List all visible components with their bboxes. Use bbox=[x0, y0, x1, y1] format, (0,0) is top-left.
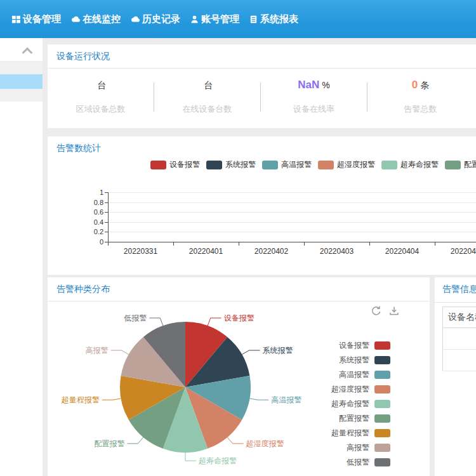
x-axis-label: 20220401 bbox=[173, 247, 239, 256]
nav-item-1[interactable]: 在线监控 bbox=[70, 13, 121, 25]
stat-unit: % bbox=[322, 80, 329, 90]
panel-title: 设备运行状况 bbox=[48, 44, 476, 69]
x-axis-tick bbox=[239, 242, 239, 246]
pie-legend-item-5[interactable]: 配置报警 bbox=[331, 411, 390, 426]
alarm-count-panel: 告警数统计 设备报警系统报警高温报警超湿度报警超寿命报警配置报警超量程报警 00… bbox=[48, 136, 476, 275]
stat-unit: 台 bbox=[98, 80, 107, 90]
pie-label-line bbox=[111, 350, 129, 355]
pie-label: 设备报警 bbox=[224, 314, 255, 322]
x-axis-label: 20220402 bbox=[239, 247, 304, 256]
pie-legend-item-0[interactable]: 设备报警 bbox=[331, 338, 390, 353]
nav-item-2[interactable]: 历史记录 bbox=[130, 13, 180, 25]
user-icon bbox=[190, 15, 199, 24]
sidebar-item-0[interactable] bbox=[0, 62, 43, 74]
stat-3: 0条告警总数 bbox=[367, 79, 473, 115]
legend-label: 设备报警 bbox=[339, 340, 369, 351]
pie-legend: 设备报警系统报警高温报警超湿度报警超寿命报警配置报警超量程报警高报警低报警 bbox=[331, 338, 390, 470]
legend-label: 低报警 bbox=[347, 457, 369, 468]
pie-label: 高温报警 bbox=[271, 395, 301, 404]
stat-label: 告警总数 bbox=[367, 103, 473, 115]
legend-label: 超湿度报警 bbox=[331, 384, 369, 395]
nav-item-label: 在线监控 bbox=[83, 13, 121, 25]
pie-legend-item-8[interactable]: 低报警 bbox=[331, 455, 390, 470]
pie-label-line bbox=[149, 318, 162, 326]
x-axis-label: 20220403 bbox=[304, 247, 369, 256]
table-cell bbox=[443, 328, 476, 350]
legend-swatch bbox=[374, 385, 390, 393]
x-axis-label: 20220404 bbox=[369, 247, 435, 256]
pie-label-line bbox=[208, 318, 221, 326]
sidebar-header bbox=[0, 38, 43, 62]
legend-label: 高温报警 bbox=[339, 369, 369, 380]
legend-label: 超寿命报警 bbox=[331, 399, 369, 409]
pie-label: 超湿度报警 bbox=[246, 439, 284, 448]
refresh-icon[interactable] bbox=[371, 305, 382, 319]
stat-value: 0 bbox=[412, 79, 418, 91]
pie-legend-item-1[interactable]: 系统报警 bbox=[331, 353, 390, 367]
gridline bbox=[108, 202, 476, 203]
legend-swatch bbox=[374, 400, 390, 408]
alarm-type-panel: 告警种类分布 设备报警系统报警高温报警超湿度报警超寿命报警配置报警超量程报警高报… bbox=[48, 277, 430, 476]
cloud-icon bbox=[130, 14, 140, 24]
sidebar bbox=[0, 38, 43, 476]
table-row bbox=[443, 328, 476, 350]
alarm-table-header-row: 设备名称 bbox=[443, 307, 476, 328]
legend-label: 超量程报警 bbox=[331, 428, 369, 439]
alarm-table: 设备名称 bbox=[442, 307, 476, 371]
x-axis-tick bbox=[369, 242, 370, 246]
stat-label: 在线设备台数 bbox=[154, 103, 260, 115]
sidebar-item-1[interactable] bbox=[0, 74, 43, 89]
x-axis-line bbox=[108, 242, 476, 242]
stat-label: 区域设备总数 bbox=[48, 103, 154, 115]
pie-label: 低报警 bbox=[124, 314, 147, 322]
pie-chart: 设备报警系统报警高温报警超湿度报警超寿命报警配置报警超量程报警高报警低报警 bbox=[48, 277, 365, 476]
legend-swatch bbox=[374, 414, 390, 423]
y-axis-label: 0 bbox=[79, 238, 103, 246]
nav-item-label: 设备管理 bbox=[23, 13, 61, 25]
pie-label: 超量程报警 bbox=[62, 395, 100, 404]
device-status-panel: 设备运行状况 台区域设备总数台在线设备台数NaN%设备在线率0条告警总数 bbox=[48, 44, 476, 128]
gridline bbox=[108, 232, 476, 232]
y-axis-label: 0.6 bbox=[79, 208, 103, 216]
x-axis-tick bbox=[304, 242, 305, 246]
x-axis-tick bbox=[173, 242, 174, 246]
pie-legend-item-6[interactable]: 超量程报警 bbox=[331, 426, 390, 440]
nav-item-3[interactable]: 账号管理 bbox=[190, 13, 239, 25]
pie-legend-item-7[interactable]: 高报警 bbox=[331, 440, 390, 455]
y-axis-label: 0.2 bbox=[79, 228, 103, 235]
pie-label-line bbox=[102, 399, 121, 400]
chevron-up-icon[interactable] bbox=[22, 48, 33, 58]
legend-label: 配置报警 bbox=[339, 413, 369, 424]
pie-legend-item-3[interactable]: 超湿度报警 bbox=[331, 382, 390, 397]
stats-row: 台区域设备总数台在线设备台数NaN%设备在线率0条告警总数 bbox=[48, 79, 476, 115]
chart-toolbox bbox=[371, 305, 400, 319]
pie-label-line bbox=[242, 350, 260, 355]
pie-legend-item-4[interactable]: 超寿命报警 bbox=[331, 397, 390, 411]
gridline bbox=[108, 222, 476, 223]
nav-item-4[interactable]: 系统报表 bbox=[249, 13, 298, 25]
alarm-table-header: 设备名称 bbox=[443, 307, 476, 328]
nav-item-0[interactable]: 设备管理 bbox=[11, 13, 61, 25]
x-axis-tick bbox=[435, 242, 435, 246]
sidebar-item-2[interactable] bbox=[0, 89, 43, 102]
stat-0: 台区域设备总数 bbox=[48, 79, 154, 115]
alarm-info-panel: 告警信息汇总 设备名称 bbox=[435, 277, 476, 476]
x-axis-label: 20220405 bbox=[435, 247, 476, 256]
alarm-table-body bbox=[443, 328, 476, 371]
x-axis-tick bbox=[108, 242, 109, 246]
stat-1: 台在线设备台数 bbox=[154, 79, 260, 115]
pie-legend-item-2[interactable]: 高温报警 bbox=[331, 367, 390, 382]
panel-title: 告警信息汇总 bbox=[435, 277, 476, 303]
report-icon bbox=[249, 15, 258, 24]
pie-label: 配置报警 bbox=[94, 439, 124, 448]
y-axis-label: 0.4 bbox=[79, 218, 103, 226]
x-axis-label: 20220331 bbox=[108, 247, 173, 256]
y-axis-line bbox=[108, 192, 109, 242]
pie-label: 系统报警 bbox=[263, 346, 293, 355]
line-chart: 00.20.40.60.8120220331202204012022040220… bbox=[48, 136, 476, 275]
gridline bbox=[108, 192, 476, 193]
pie-label-line bbox=[227, 437, 243, 444]
legend-swatch bbox=[374, 371, 390, 379]
nav-item-label: 账号管理 bbox=[201, 13, 239, 25]
download-icon[interactable] bbox=[388, 305, 400, 319]
